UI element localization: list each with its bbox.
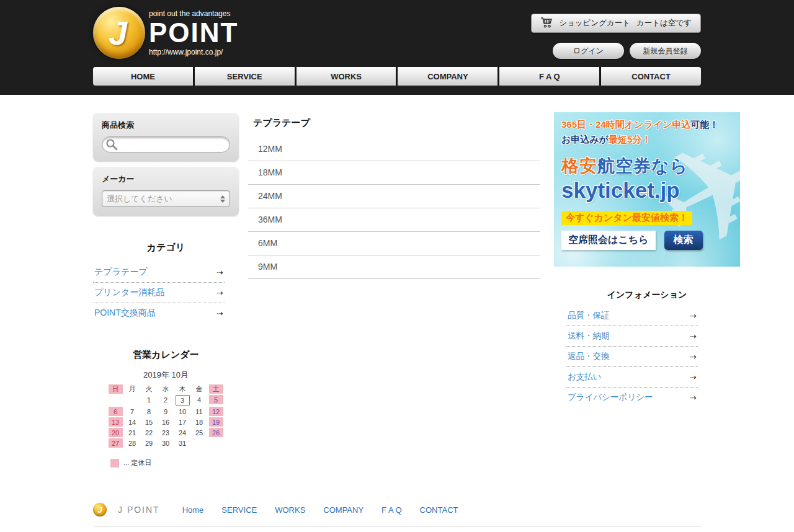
info-link[interactable]: 品質・保証	[568, 310, 610, 321]
calendar-cell: 14	[125, 417, 140, 427]
calendar-cell: 1	[142, 395, 156, 404]
calendar-cell: 21	[125, 428, 140, 437]
calendar-day-header: 木	[176, 384, 190, 394]
calendar-day-header: 土	[209, 384, 223, 394]
list-item-18mm[interactable]: 18MM	[248, 161, 540, 185]
info-link[interactable]: プライバシーポリシー	[568, 392, 653, 403]
nav-item-works[interactable]: WORKS	[297, 67, 396, 86]
main-content: テプラテープ 12MM 18MM 24MM 36MM 6MM 9MM	[248, 112, 540, 279]
site-logo[interactable]: J point out the advantages POINT http://…	[93, 0, 238, 56]
footer-nav-company[interactable]: COMPANY	[323, 505, 364, 515]
calendar-cell: 22	[142, 428, 156, 437]
info-link[interactable]: 送料・納期	[568, 330, 610, 342]
header-actions: ショッピングカート カートは空です ログイン 新規会員登録	[531, 14, 701, 59]
banner-line3-orange: 格安	[561, 156, 597, 175]
calendar-month: 2019年 10月	[107, 370, 225, 381]
cart-button[interactable]: ショッピングカート カートは空です	[531, 14, 701, 33]
banner-line2: お申込みが最短5分！	[554, 134, 740, 146]
info-item-privacy[interactable]: プライバシーポリシー ⇢	[566, 387, 698, 407]
calendar-day-header: 日	[109, 384, 123, 394]
calendar-cell: 6	[109, 407, 123, 416]
category-link[interactable]: POINT交換商品	[94, 308, 156, 319]
main-nav: HOME SERVICE WORKS COMPANY F A Q CONTACT	[93, 67, 701, 86]
banner-line3: 格安航空券なら	[554, 154, 740, 178]
page-title: テプラテープ	[253, 117, 540, 129]
calendar-cell: 5	[209, 395, 223, 404]
vacancy-check-button[interactable]: 空席照会はこちら	[561, 231, 656, 250]
list-item-9mm[interactable]: 9MM	[248, 255, 540, 279]
info-item-shipping[interactable]: 送料・納期 ⇢	[566, 326, 698, 346]
search-input[interactable]	[102, 136, 230, 153]
nav-item-company[interactable]: COMPANY	[398, 67, 497, 86]
calendar-cell: 28	[125, 438, 140, 448]
list-item-12mm[interactable]: 12MM	[248, 138, 540, 161]
list-item-6mm[interactable]: 6MM	[248, 232, 540, 255]
logo-text: point out the advantages POINT http://ww…	[149, 0, 238, 56]
banner-search-button[interactable]: 検索	[664, 231, 703, 250]
list-item-36mm[interactable]: 36MM	[248, 208, 540, 232]
footer-nav-works[interactable]: WORKS	[275, 505, 305, 515]
cart-status: カートは空です	[636, 18, 692, 29]
category-item-printer-supplies[interactable]: プリンター消耗品 ⇢	[93, 282, 225, 303]
footer-brand: J POINT	[118, 505, 160, 515]
nav-item-service[interactable]: SERVICE	[195, 67, 295, 86]
footer-coin-icon: J	[93, 503, 107, 516]
info-item-quality[interactable]: 品質・保証 ⇢	[566, 306, 698, 326]
footer-nav-contact[interactable]: CONTACT	[420, 505, 458, 515]
calendar-cell: 25	[192, 428, 207, 437]
calendar-cell: 15	[142, 417, 156, 427]
footer-coin-letter: J	[97, 505, 102, 515]
footer-nav-home[interactable]: Home	[182, 505, 204, 515]
maker-title: メーカー	[102, 174, 230, 185]
banner-cta-row: 空席照会はこちら 検索	[561, 231, 740, 250]
info-link[interactable]: お支払い	[568, 371, 602, 383]
maker-select[interactable]: 選択してください	[102, 190, 230, 207]
category-item-point-exchange[interactable]: POINT交換商品 ⇢	[93, 303, 225, 323]
banner-brand: skyticket.jp	[554, 178, 740, 203]
info-item-payment[interactable]: お支払い ⇢	[566, 366, 698, 387]
account-buttons: ログイン 新規会員登録	[531, 43, 701, 59]
nav-item-contact[interactable]: CONTACT	[601, 67, 701, 86]
calendar-cell	[109, 395, 123, 404]
calendar-cell: 9	[159, 407, 173, 416]
skyticket-ad-banner[interactable]: ✈ 365日・24時間オンライン申込可能！ お申込みが最短5分！ 格安航空券なら…	[554, 112, 740, 267]
list-item-24mm[interactable]: 24MM	[248, 185, 540, 208]
maker-select-value: 選択してください	[107, 193, 172, 205]
footer-nav-service[interactable]: SERVICE	[221, 505, 257, 515]
business-calendar: 2019年 10月 日 月 火 水 木 金 土 1 2 3 4 5 6	[107, 370, 225, 448]
nav-item-faq[interactable]: F A Q	[499, 67, 599, 86]
product-size-list: 12MM 18MM 24MM 36MM 6MM 9MM	[248, 138, 540, 279]
category-link[interactable]: テプラテープ	[94, 267, 148, 278]
content: 商品検索 メーカー 選択してください	[93, 95, 740, 468]
calendar-cell: 8	[142, 407, 156, 416]
calendar-cell	[209, 438, 223, 448]
footer-nav: Home SERVICE WORKS COMPANY F A Q CONTACT	[182, 505, 458, 515]
page: J point out the advantages POINT http://…	[0, 0, 794, 532]
calendar-cell: 10	[176, 407, 190, 416]
footer-bottom: Home | Log In Copyright © 2010 JAPAN POI…	[93, 526, 701, 532]
banner-line3-blue: 航空券なら	[597, 156, 688, 175]
arrow-right-icon: ⇢	[216, 309, 223, 318]
info-link[interactable]: 返品・交換	[568, 351, 610, 362]
right-sidebar: ✈ 365日・24時間オンライン申込可能！ お申込みが最短5分！ 格安航空券なら…	[554, 112, 740, 407]
login-button[interactable]: ログイン	[553, 43, 624, 59]
category-item-tepra-tape[interactable]: テプラテープ ⇢	[93, 262, 225, 282]
calendar-cell: 29	[142, 438, 156, 448]
register-button[interactable]: 新規会員登録	[630, 43, 701, 59]
footer-top: J J POINT Home SERVICE WORKS COMPANY F A…	[93, 503, 701, 516]
maker-box: メーカー 選択してください	[93, 166, 239, 216]
arrow-right-icon: ⇢	[690, 332, 697, 341]
info-item-returns[interactable]: 返品・交換 ⇢	[566, 346, 698, 366]
calendar-cell	[125, 395, 140, 404]
calendar-cell: 18	[192, 417, 207, 427]
footer-nav-faq[interactable]: F A Q	[381, 505, 402, 515]
arrow-right-icon: ⇢	[216, 288, 223, 298]
calendar-cell: 17	[176, 417, 190, 427]
banner-highlight: 今すぐカンタン最安値検索！	[561, 211, 692, 225]
calendar-day-header: 月	[125, 384, 140, 394]
arrow-right-icon: ⇢	[690, 393, 697, 402]
calendar-cell	[192, 438, 207, 448]
calendar-cell: 4	[192, 395, 207, 404]
category-link[interactable]: プリンター消耗品	[94, 287, 164, 298]
nav-item-home[interactable]: HOME	[93, 67, 193, 86]
